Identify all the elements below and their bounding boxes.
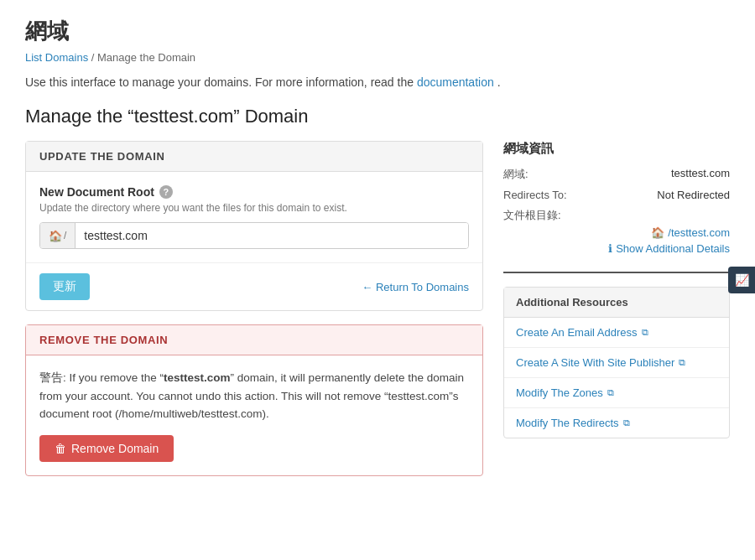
breadcrumb-separator: / <box>91 51 97 64</box>
email-resource-link[interactable]: Create An Email Address ⧉ <box>516 326 717 339</box>
external-icon-email: ⧉ <box>642 327 648 338</box>
field-hint: Update the directory where you want the … <box>39 202 469 214</box>
info-title: 網域資訊 <box>503 141 730 157</box>
resource-item-zones: Modify The Zones ⧉ <box>504 378 729 408</box>
redirects-row: Redirects To: Not Redirected <box>503 189 730 201</box>
additional-resources-card: Additional Resources Create An Email Add… <box>503 287 730 438</box>
home-small-icon: 🏠 <box>651 226 664 239</box>
right-column: 網域資訊 網域: testtest.com Redirects To: Not … <box>503 141 730 438</box>
help-icon[interactable]: ? <box>159 185 173 199</box>
info-icon: ℹ <box>608 242 612 255</box>
redirects-label: Redirects To: <box>503 189 567 201</box>
field-label: New Document Root ? <box>39 185 469 199</box>
resource-item-redirects: Modify The Redirects ⧉ <box>504 408 729 438</box>
breadcrumb-list-link[interactable]: List Domains <box>25 51 88 64</box>
resource-label-zones: Modify The Zones <box>516 386 603 399</box>
chart-icon: 📈 <box>735 273 749 287</box>
resources-header: Additional Resources <box>504 288 729 318</box>
docroot-label: 文件根目錄: <box>503 208 730 223</box>
slash: / <box>64 230 66 241</box>
trash-icon: 🗑 <box>55 442 66 455</box>
input-prefix: 🏠 / <box>40 223 76 248</box>
zones-resource-link[interactable]: Modify The Zones ⧉ <box>516 386 717 399</box>
resource-item-email: Create An Email Address ⧉ <box>504 318 729 348</box>
remove-card-body: 警告: If you remove the “testtest.com” dom… <box>26 355 482 475</box>
return-link[interactable]: ← Return To Domains <box>362 281 469 293</box>
warning-text: 警告: If you remove the “testtest.com” dom… <box>39 369 469 423</box>
update-card-header: UPDATE THE DOMAIN <box>26 142 482 172</box>
breadcrumb: List Domains / Manage the Domain <box>25 51 730 64</box>
breadcrumb-current: Manage the Domain <box>97 51 195 64</box>
documentation-link[interactable]: documentation <box>417 75 494 89</box>
resource-label-site-publisher: Create A Site With Site Publisher <box>516 356 674 369</box>
resource-label-redirects: Modify The Redirects <box>516 417 619 429</box>
domain-row: 網域: testtest.com <box>503 167 730 182</box>
update-card-body: New Document Root ? Update the directory… <box>26 172 482 262</box>
show-details-link[interactable]: ℹ Show Additional Details <box>503 242 730 255</box>
remove-card-header: REMOVE THE DOMAIN <box>26 325 482 355</box>
domain-info-section: 網域資訊 網域: testtest.com Redirects To: Not … <box>503 141 730 273</box>
chinese-title: 網域 <box>25 17 730 46</box>
update-domain-card: UPDATE THE DOMAIN New Document Root ? Up… <box>25 141 483 311</box>
docroot-row: 文件根目錄: 🏠 /testtest.com ℹ Show Additional… <box>503 208 730 255</box>
external-icon-redirects: ⧉ <box>623 417 630 428</box>
page-description: Use this interface to manage your domain… <box>25 75 730 89</box>
docroot-link[interactable]: 🏠 /testtest.com <box>503 226 730 239</box>
resource-item-site-publisher: Create A Site With Site Publisher ⧉ <box>504 348 729 378</box>
remove-domain-card: REMOVE THE DOMAIN 警告: If you remove the … <box>25 324 483 476</box>
document-root-input[interactable] <box>76 223 468 248</box>
remove-domain-button[interactable]: 🗑 Remove Domain <box>39 435 174 462</box>
domain-bold: testtest.com <box>164 371 231 384</box>
redirects-value: Not Redirected <box>657 189 730 201</box>
resource-label-email: Create An Email Address <box>516 326 638 339</box>
page-heading: Manage the “testtest.com” Domain <box>25 106 730 127</box>
home-icon: 🏠 <box>49 230 62 242</box>
left-column: UPDATE THE DOMAIN New Document Root ? Up… <box>25 141 483 490</box>
domain-value: testtest.com <box>671 167 730 182</box>
redirects-resource-link[interactable]: Modify The Redirects ⧉ <box>516 417 717 429</box>
floating-analytics-button[interactable]: 📈 <box>728 267 755 293</box>
external-icon-zones: ⧉ <box>607 387 614 398</box>
update-button[interactable]: 更新 <box>39 273 90 300</box>
external-icon-site-publisher: ⧉ <box>679 357 685 368</box>
domain-label: 網域: <box>503 167 528 182</box>
document-root-input-group: 🏠 / <box>39 222 469 249</box>
update-card-footer: 更新 ← Return To Domains <box>26 262 482 310</box>
site-publisher-resource-link[interactable]: Create A Site With Site Publisher ⧉ <box>516 356 717 369</box>
